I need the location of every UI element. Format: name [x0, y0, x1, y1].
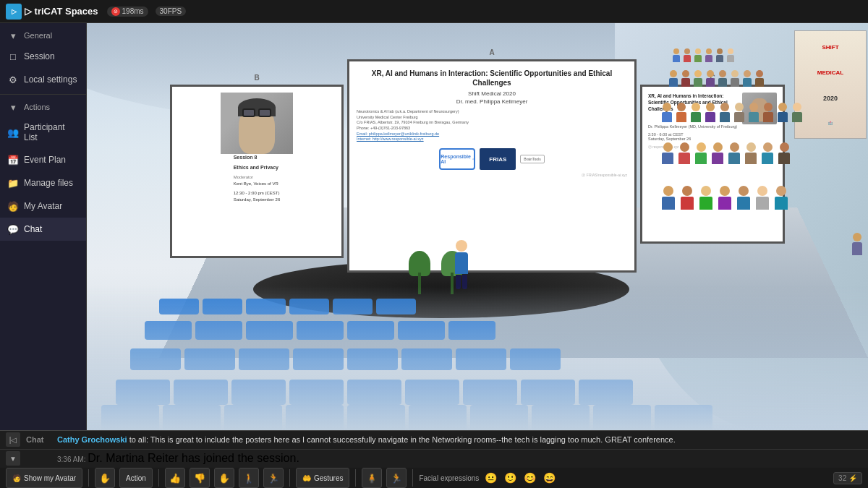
- audience-person: [743, 70, 752, 87]
- session-time: 12:30 - 2:00 pm (CEST): [234, 190, 281, 197]
- side-figure-body: [852, 242, 862, 255]
- cushion: [239, 348, 289, 370]
- show-avatar-icon: 🧑: [12, 474, 21, 482]
- raise-hand-icon: ✋: [218, 473, 230, 484]
- sidebar-item-label: My Avatar: [24, 201, 62, 211]
- cushion: [293, 348, 344, 370]
- chevron-down-icon: ▾: [7, 30, 19, 41]
- cushion: [347, 321, 394, 340]
- sidebar-item-general[interactable]: ▾ General: [0, 26, 86, 45]
- chat-join-collapse-button[interactable]: ▼: [6, 451, 20, 466]
- gestures-button[interactable]: 🤲 Gestures: [296, 468, 350, 488]
- audience-row-3: [662, 103, 868, 122]
- emoji-big-smile-button[interactable]: 😄: [541, 470, 557, 486]
- toolbar: 🧑 Show my Avatar ✋ Action 👍 👎 ✋ 🚶: [0, 468, 868, 488]
- side-figure-head: [853, 233, 861, 241]
- chat-join-text: Dr. Martina Reiter has joined the sessio…: [88, 452, 299, 464]
- cushion: [130, 348, 181, 370]
- audience-person: [734, 103, 744, 122]
- sidebar-item-label: General: [24, 31, 52, 40]
- sidebar-item-session[interactable]: □ Session: [0, 45, 86, 68]
- cushion: [405, 380, 459, 405]
- frias-logo: FRIAS: [480, 148, 516, 170]
- audience-person: [712, 142, 723, 164]
- audience-person: [718, 70, 727, 87]
- sidebar-item-label: Actions: [24, 103, 50, 111]
- hand-icon: ✋: [99, 473, 111, 484]
- walk-button[interactable]: 🚶: [239, 468, 259, 488]
- run-icon: 🏃: [268, 473, 279, 484]
- cushion-row-front: [116, 380, 633, 405]
- sidebar-item-actions[interactable]: ▾ Actions: [0, 98, 86, 116]
- screen-b: B Session 8 Ethics and Pri: [170, 85, 344, 258]
- audience-person: [745, 142, 757, 164]
- svg-line-5: [473, 159, 474, 160]
- audience-person: [673, 48, 680, 62]
- sidebar-item-local-settings[interactable]: ⚙ Local settings: [0, 68, 86, 91]
- screen-a-author: Dr. med. Philippa Kellmeyer: [456, 98, 528, 105]
- sidebar-item-chat[interactable]: 💬 Chat: [0, 218, 86, 241]
- info-line-5: Email: philippa.kellmeyer@uniklinik-frei…: [357, 132, 627, 137]
- cushion: [398, 321, 445, 340]
- cushion: [101, 405, 159, 430]
- cushion: [195, 321, 242, 340]
- chat-message-1: Cathy Grochowski to all: This is great t…: [57, 435, 862, 444]
- audience-person: [706, 70, 715, 87]
- emoji-smile-button[interactable]: 😊: [522, 470, 537, 486]
- chat-sender-1: Cathy Grochowski: [57, 435, 127, 444]
- svg-line-4: [473, 159, 474, 160]
- chat-icon: 💬: [7, 223, 19, 235]
- thumbsdown-button[interactable]: 👎: [190, 468, 210, 488]
- emoji-slight-smile-button[interactable]: 🙂: [502, 470, 518, 486]
- audience-person: [694, 70, 702, 87]
- audience-person: [705, 103, 715, 122]
- cushion: [246, 299, 286, 314]
- sidebar-divider: [0, 94, 86, 95]
- emoji-neutral-button[interactable]: 😐: [482, 470, 498, 486]
- show-avatar-button[interactable]: 🧑 Show my Avatar: [6, 468, 82, 488]
- frame-count: 32 ⚡: [833, 472, 862, 484]
- info-line-1: Neurotronics & AI lab (a.k.a. Department…: [357, 109, 627, 115]
- figure-head: [456, 240, 467, 252]
- thumbsup-button[interactable]: 👍: [165, 468, 185, 488]
- info-line-6: Internet: http://www.responsible-ai.xyz: [357, 137, 627, 142]
- thumbsdown-icon: 👎: [194, 473, 205, 484]
- action-icon-button[interactable]: ✋: [95, 468, 115, 488]
- toolbar-sep-2: [158, 469, 159, 487]
- facial-label: Facial expressions: [419, 474, 479, 482]
- chevron-down-icon-2: ▾: [7, 101, 19, 113]
- screen-b-text: Session 8 Ethics and Privacy Moderator K…: [234, 154, 281, 203]
- session-title: Ethics and Privacy: [234, 164, 281, 172]
- session-label: Session 8: [234, 154, 281, 162]
- glasses-right: [258, 108, 271, 117]
- gestures-label: Gestures: [314, 474, 344, 482]
- chat-collapse-button[interactable]: |◁: [6, 432, 20, 447]
- cushion: [655, 405, 712, 430]
- screen-a-logos: ResponsibleAI: [439, 148, 544, 170]
- side-figure-right: [852, 233, 862, 255]
- audience-person: [662, 186, 675, 210]
- cushion: [470, 405, 528, 430]
- sidebar-item-my-avatar[interactable]: 🧑 My Avatar: [0, 194, 86, 218]
- chat-messages: Cathy Grochowski to all: This is great t…: [57, 435, 862, 444]
- run2-button[interactable]: 🏃: [386, 468, 407, 488]
- audience-person: [756, 186, 769, 210]
- cushion: [448, 321, 495, 340]
- cushion: [521, 380, 575, 405]
- standing-figure: [455, 240, 468, 289]
- audience-person: [691, 103, 701, 122]
- sidebar-item-participant-list[interactable]: 👥 Participant List: [0, 116, 86, 148]
- cushion: [579, 380, 633, 405]
- sidebar-item-manage-files[interactable]: 📁 Manage files: [0, 171, 86, 194]
- cushion: [510, 348, 561, 370]
- walk2-button[interactable]: 🧍: [362, 468, 382, 488]
- run-button[interactable]: 🏃: [263, 468, 284, 488]
- cushion: [286, 405, 344, 430]
- action-button[interactable]: Action: [119, 468, 153, 488]
- sidebar-item-event-plan[interactable]: 📅 Event Plan: [0, 148, 86, 171]
- thumbsup-icon: 👍: [169, 473, 181, 484]
- cushion: [289, 299, 329, 314]
- gear-icon: ⚙: [7, 74, 19, 85]
- cushion: [145, 321, 192, 340]
- raise-hand-button[interactable]: ✋: [214, 468, 234, 488]
